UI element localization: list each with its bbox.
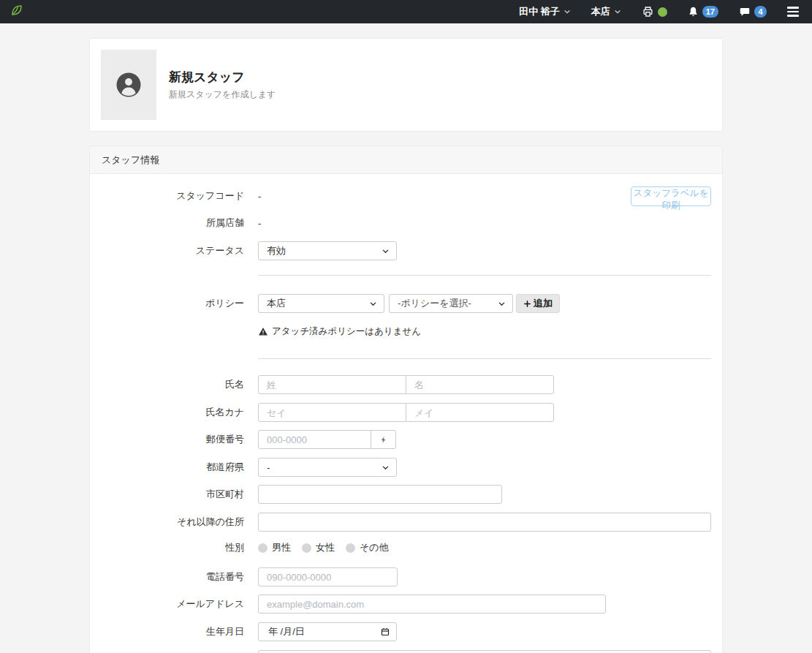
birthday-date-value: 年 /月/日 [268, 625, 305, 638]
printer-icon [642, 6, 654, 18]
avatar [101, 50, 156, 120]
birthday-label: 生年月日 [90, 625, 244, 638]
gender-option-male[interactable]: 男性 [258, 541, 291, 554]
radio-button[interactable] [346, 543, 355, 553]
phone-row: 電話番号 [90, 567, 722, 586]
address2-label: それ以降の住所 [90, 516, 244, 529]
gender-option-male-label: 男性 [272, 541, 291, 554]
policy-store-select-value: 本店 [267, 297, 286, 310]
name-label: 氏名 [90, 378, 244, 391]
kana-row: 氏名カナ [90, 403, 722, 422]
prefecture-select-value: - [267, 462, 270, 473]
last-name-input[interactable] [258, 375, 406, 394]
policy-warning-text: アタッチ済みポリシーはありません [272, 325, 421, 338]
kana-label: 氏名カナ [90, 406, 244, 419]
store-row: 所属店舗 - [90, 214, 722, 233]
printer-status[interactable] [642, 6, 667, 18]
first-name-kana-input[interactable] [406, 403, 554, 422]
city-label: 市区町村 [90, 488, 244, 501]
staff-code-row: スタッフコード - スタッフラベルを印刷 [90, 186, 722, 205]
app-logo-leaf-icon[interactable] [9, 2, 25, 21]
topbar: 田中 裕子 本店 17 4 [0, 0, 812, 23]
policy-warning-row: アタッチ済みポリシーはありません [90, 325, 722, 338]
postal-row: 郵便番号 [90, 430, 722, 449]
gender-row: 性別 男性 女性 その他 [90, 538, 722, 557]
policy-row: ポリシー 本店 -ポリシーを選択- 追加 [90, 294, 722, 313]
warning-triangle-icon [258, 327, 268, 336]
email-input[interactable] [258, 595, 606, 614]
bell-icon [688, 6, 699, 18]
hamburger-menu-button[interactable] [787, 7, 799, 17]
notifications-button[interactable]: 17 [688, 6, 718, 18]
notification-count-badge: 17 [702, 6, 718, 18]
chevron-down-icon [369, 300, 377, 308]
gender-option-other-label: その他 [360, 541, 389, 554]
city-row: 市区町村 [90, 485, 722, 504]
radio-button[interactable] [302, 543, 311, 553]
address2-input[interactable] [258, 513, 711, 532]
prefecture-label: 都道府県 [90, 461, 244, 474]
store-label: 所属店舗 [90, 216, 244, 230]
chevron-down-icon [382, 464, 390, 472]
first-name-input[interactable] [406, 375, 554, 394]
add-policy-button[interactable]: 追加 [516, 294, 560, 313]
user-menu-label: 田中 裕子 [519, 5, 560, 18]
status-select[interactable]: 有効 [258, 241, 397, 260]
prefecture-select[interactable]: - [258, 458, 397, 477]
email-row: メールアドレス [90, 595, 722, 614]
phone-input[interactable] [258, 567, 398, 586]
store-menu[interactable]: 本店 [591, 5, 621, 18]
phone-label: 電話番号 [90, 570, 244, 584]
prefecture-row: 都道府県 - [90, 458, 722, 477]
staff-code-value: - [258, 191, 261, 202]
gender-option-other[interactable]: その他 [346, 541, 389, 554]
chevron-down-icon [614, 8, 621, 15]
chevron-down-icon [564, 8, 571, 15]
printer-online-dot [658, 7, 667, 17]
divider [258, 275, 711, 276]
postal-code-input[interactable] [258, 430, 371, 449]
postal-lookup-button[interactable] [371, 430, 396, 449]
page-subtitle: 新規スタッフを作成します [169, 88, 276, 101]
next-field-row [90, 650, 722, 653]
store-menu-label: 本店 [591, 5, 610, 18]
policy-select-placeholder: -ポリシーを選択- [398, 297, 471, 310]
section-title: スタッフ情報 [90, 146, 722, 174]
add-policy-button-label: 追加 [534, 297, 553, 310]
gender-label: 性別 [90, 541, 244, 554]
policy-select[interactable]: -ポリシーを選択- [389, 294, 513, 313]
calendar-icon [381, 627, 390, 636]
plus-icon [523, 300, 531, 308]
store-value: - [258, 218, 261, 229]
address2-row: それ以降の住所 [90, 513, 722, 532]
chat-bubble-icon [739, 7, 751, 18]
policy-label: ポリシー [90, 297, 244, 310]
status-select-value: 有効 [267, 244, 286, 257]
chevron-down-icon [382, 247, 390, 255]
birthday-row: 生年月日 年 /月/日 [90, 622, 722, 641]
postal-label: 郵便番号 [90, 433, 244, 446]
policy-store-select[interactable]: 本店 [258, 294, 384, 313]
user-menu[interactable]: 田中 裕子 [519, 5, 571, 18]
page-header-card: 新規スタッフ 新規スタッフを作成します [90, 39, 722, 131]
page-title: 新規スタッフ [169, 69, 276, 86]
gender-option-female[interactable]: 女性 [302, 541, 335, 554]
birthday-date-input[interactable]: 年 /月/日 [258, 622, 397, 641]
person-icon [115, 72, 142, 98]
status-label: ステータス [90, 244, 244, 257]
last-name-kana-input[interactable] [258, 403, 406, 422]
city-input[interactable] [258, 485, 502, 504]
next-field-input[interactable] [258, 650, 711, 653]
radio-button[interactable] [258, 543, 267, 553]
chevron-down-icon [498, 300, 506, 308]
staff-code-label: スタッフコード [90, 189, 244, 203]
staff-info-card: スタッフ情報 スタッフコード - スタッフラベルを印刷 所属店舗 - ステータス… [90, 146, 722, 653]
status-row: ステータス 有効 [90, 241, 722, 260]
lightning-bolt-icon [380, 435, 387, 445]
divider [258, 358, 711, 359]
messages-button[interactable]: 4 [739, 6, 767, 18]
policy-warning: アタッチ済みポリシーはありません [258, 325, 421, 338]
print-staff-label-button[interactable]: スタッフラベルを印刷 [631, 186, 711, 206]
name-row: 氏名 [90, 375, 722, 394]
message-count-badge: 4 [754, 6, 767, 18]
